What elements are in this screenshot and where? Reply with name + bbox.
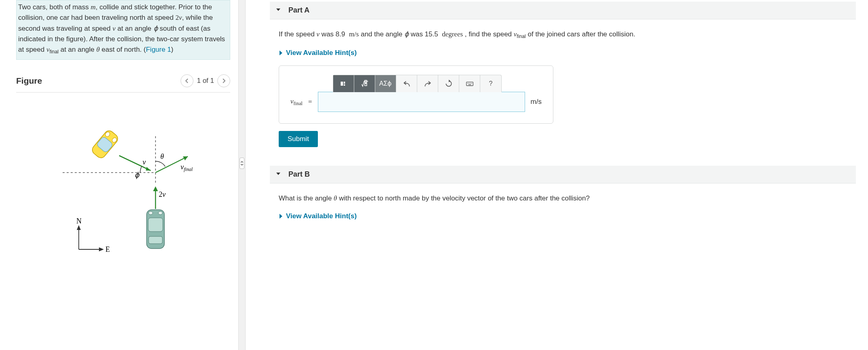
svg-marker-21 bbox=[99, 247, 104, 251]
toolbar-help-button[interactable]: ? bbox=[480, 75, 501, 92]
svg-point-12 bbox=[149, 211, 153, 215]
problem-statement: Two cars, both of mass m, collide and st… bbox=[16, 0, 230, 60]
svg-marker-7 bbox=[146, 167, 151, 171]
svg-marker-19 bbox=[77, 225, 81, 230]
part-b-question: What is the angle θ with respect to nort… bbox=[279, 193, 852, 204]
answer-variable-label: vfinal bbox=[290, 96, 303, 108]
part-a-header[interactable]: Part A bbox=[270, 2, 856, 19]
svg-point-31 bbox=[470, 83, 471, 84]
right-panel: Part A If the speed v was 8.9 m/s and th… bbox=[246, 0, 868, 350]
figure-header: Figure 1 of 1 bbox=[16, 74, 230, 93]
part-a-question: If the speed v was 8.9 m/s and the angle… bbox=[279, 29, 852, 40]
svg-rect-14 bbox=[149, 236, 162, 244]
svg-rect-24 bbox=[344, 84, 345, 86]
answer-row: vfinal = m/s bbox=[290, 92, 542, 112]
toolbar-undo-button[interactable] bbox=[396, 75, 417, 92]
figure-pager-text: 1 of 1 bbox=[197, 76, 214, 86]
toolbar-reset-button[interactable] bbox=[438, 75, 459, 92]
divider-handle-icon[interactable] bbox=[240, 158, 244, 169]
label-theta: θ bbox=[160, 152, 164, 160]
part-b-hints-label: View Available Hint(s) bbox=[286, 211, 357, 221]
part-b-hints-link[interactable]: View Available Hint(s) bbox=[279, 211, 852, 221]
svg-rect-11 bbox=[148, 218, 163, 232]
toolbar-redo-button[interactable] bbox=[417, 75, 438, 92]
figure-prev-button[interactable] bbox=[181, 74, 193, 87]
figure-diagram: ϕ v vfinal θ 2v bbox=[16, 104, 230, 274]
label-phi: ϕ bbox=[135, 171, 140, 179]
equation-toolbar: ΑΣϕ ? bbox=[333, 75, 502, 92]
answer-units: m/s bbox=[531, 97, 542, 107]
part-b-section: Part B What is the angle θ with respect … bbox=[270, 166, 856, 221]
part-a-answer-input[interactable] bbox=[318, 92, 525, 112]
svg-point-13 bbox=[158, 211, 162, 215]
equals-sign: = bbox=[308, 97, 312, 107]
part-a-title: Part A bbox=[288, 5, 309, 16]
figure-title: Figure bbox=[16, 74, 42, 87]
svg-rect-26 bbox=[365, 84, 367, 86]
part-a-submit-button[interactable]: Submit bbox=[279, 131, 318, 147]
svg-text:2v: 2v bbox=[159, 190, 166, 198]
compass-n: N bbox=[76, 217, 82, 225]
toolbar-templates-button[interactable] bbox=[333, 75, 354, 92]
panel-divider[interactable] bbox=[238, 0, 246, 350]
caret-down-icon bbox=[275, 169, 281, 180]
part-a-section: Part A If the speed v was 8.9 m/s and th… bbox=[270, 2, 856, 147]
problem-text: Two cars, both of mass m, collide and st… bbox=[18, 3, 225, 53]
left-panel: Two cars, both of mass m, collide and st… bbox=[0, 0, 238, 350]
caret-down-icon bbox=[275, 5, 281, 16]
figure-next-button[interactable] bbox=[217, 74, 230, 87]
part-b-header[interactable]: Part B bbox=[270, 166, 856, 183]
compass-e: E bbox=[105, 245, 110, 253]
svg-point-30 bbox=[469, 83, 469, 84]
toolbar-fraction-sqrt-button[interactable] bbox=[354, 75, 375, 92]
svg-line-6 bbox=[119, 156, 151, 171]
part-a-hints-label: View Available Hint(s) bbox=[286, 48, 357, 58]
label-vfinal: vfinal bbox=[181, 163, 193, 172]
part-a-answer-area: ΑΣϕ ? bbox=[279, 65, 553, 124]
svg-rect-33 bbox=[468, 84, 471, 85]
svg-rect-22 bbox=[340, 82, 343, 86]
svg-rect-28 bbox=[466, 82, 473, 86]
svg-marker-16 bbox=[153, 186, 158, 191]
svg-point-32 bbox=[471, 83, 472, 84]
svg-point-29 bbox=[467, 83, 468, 84]
toolbar-keyboard-button[interactable] bbox=[459, 75, 480, 92]
label-v: v bbox=[143, 158, 146, 166]
figure-pager: 1 of 1 bbox=[181, 74, 230, 87]
part-b-title: Part B bbox=[288, 169, 310, 180]
svg-rect-23 bbox=[344, 82, 345, 84]
part-a-hints-link[interactable]: View Available Hint(s) bbox=[279, 48, 852, 58]
toolbar-greek-button[interactable]: ΑΣϕ bbox=[375, 75, 396, 92]
